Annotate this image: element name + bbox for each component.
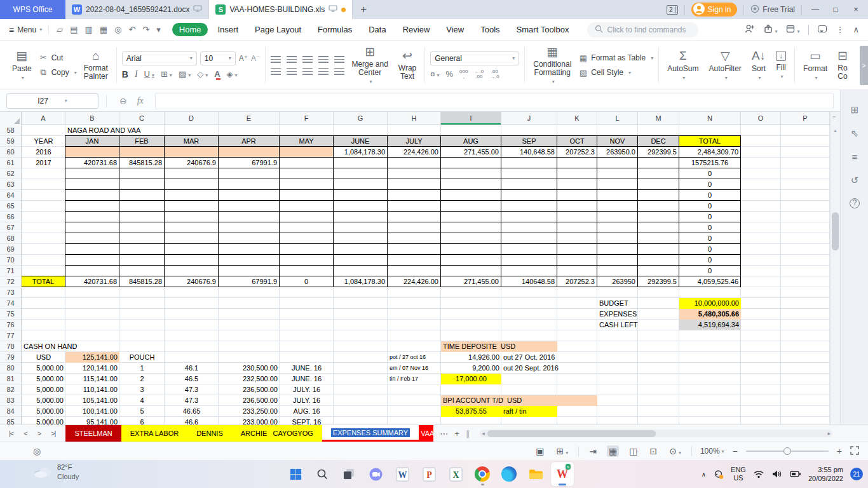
cell-L64[interactable] <box>597 189 638 201</box>
cell-M71[interactable] <box>637 265 679 276</box>
cell-G63[interactable] <box>333 179 388 190</box>
cell-F83[interactable]: JULY. 16 <box>280 395 334 406</box>
cell-B80[interactable]: 120,141.00 <box>65 363 119 374</box>
cell-I71[interactable] <box>440 265 501 276</box>
cell-D65[interactable] <box>164 200 219 212</box>
align-right-icon[interactable] <box>302 68 313 75</box>
prev-sheet-button[interactable]: < <box>18 425 32 442</box>
cell-C82[interactable]: 3 <box>119 384 165 395</box>
cell-N74[interactable]: 10,000,000.00 <box>679 298 741 309</box>
cell-D72[interactable]: 240676.9 <box>164 276 219 287</box>
cell-M59[interactable]: DEC <box>637 135 679 147</box>
menu-tab-view[interactable]: View <box>439 23 471 36</box>
command-search[interactable]: Click to find commands <box>587 22 698 37</box>
cell-I60[interactable]: 271,455.00 <box>440 146 501 158</box>
row-header-74[interactable]: 74 <box>0 298 21 309</box>
row-header-80[interactable]: 80 <box>0 363 21 374</box>
cell-B79[interactable]: 125,141.00 <box>65 352 119 363</box>
menu-tab-home[interactable]: Home <box>172 23 208 36</box>
volume-icon[interactable] <box>771 470 783 478</box>
cell-H61[interactable] <box>387 157 441 168</box>
menu-button[interactable]: ≡ Menu ▾ <box>0 25 48 35</box>
add-user-icon[interactable] <box>745 24 755 35</box>
cell-G70[interactable] <box>333 254 388 266</box>
cell-H79[interactable]: pot / 27 oct 16 <box>388 352 441 363</box>
align-top-icon[interactable] <box>271 56 281 63</box>
cell-L76[interactable]: CASH LEFT <box>597 320 679 330</box>
column-header-A[interactable]: A <box>22 112 65 125</box>
column-header-J[interactable]: J <box>501 112 557 125</box>
cell-I66[interactable] <box>440 211 501 222</box>
align-left-icon[interactable] <box>271 68 281 75</box>
cell-N67[interactable]: 0 <box>679 222 741 233</box>
cell-C84[interactable]: 5 <box>119 406 165 417</box>
sheet-tab-expenses-summary[interactable]: EXPENSES SUMMARY <box>322 425 419 442</box>
cell-H71[interactable] <box>387 265 441 276</box>
cell-E70[interactable] <box>218 254 280 266</box>
merge-and-center-button[interactable]: ⊞ Merge and Center <box>348 44 391 86</box>
cell-J80[interactable]: out 20 Sept. 2016 <box>501 363 597 374</box>
cell-G61[interactable] <box>333 157 388 168</box>
cell-F72[interactable]: 0 <box>279 276 334 287</box>
cell-E62[interactable] <box>218 168 280 179</box>
cell-C72[interactable]: 845815.28 <box>119 276 165 287</box>
column-header-H[interactable]: H <box>388 112 441 125</box>
decrease-decimal-icon[interactable]: .00 →.0 <box>490 69 499 79</box>
minimize-button[interactable]: — <box>808 5 822 14</box>
tray-expand-chevron[interactable]: ∧ <box>702 471 706 478</box>
word-button[interactable]: W <box>391 462 414 486</box>
undo-icon[interactable]: ↶ <box>128 25 135 34</box>
cell-A85[interactable]: 5,000.00 <box>22 417 65 424</box>
pickup-window-icon[interactable] <box>786 25 799 35</box>
cell-I84[interactable]: 53,875.55 <box>441 406 501 417</box>
cell-N68[interactable]: 0 <box>679 233 741 244</box>
wps-office-button[interactable]: WPS Office <box>0 0 65 19</box>
cell-C66[interactable] <box>119 211 165 222</box>
name-box[interactable]: I27 ▾ <box>6 93 98 109</box>
column-header-F[interactable]: F <box>280 112 334 125</box>
ribbon-scroll-right-button[interactable]: > <box>860 46 868 85</box>
number-format-select[interactable]: General▾ <box>430 51 519 65</box>
cell-H67[interactable] <box>387 222 441 233</box>
cell-E64[interactable] <box>218 189 280 201</box>
sort-button[interactable]: A↓Sort <box>749 48 769 82</box>
collapse-ribbon-icon[interactable]: ∧ <box>853 25 859 34</box>
cell-J61[interactable] <box>501 157 557 168</box>
cell-M62[interactable] <box>637 168 679 179</box>
cell-C59[interactable]: FEB <box>119 135 165 147</box>
column-header-P[interactable]: P <box>781 112 830 125</box>
cell-G68[interactable] <box>333 233 388 244</box>
cell-H59[interactable]: JULY <box>387 135 441 147</box>
sheet-tab-steelman[interactable]: STEELMAN <box>65 425 121 442</box>
cell-I61[interactable] <box>440 157 501 168</box>
cell-F67[interactable] <box>279 222 334 233</box>
panel-layout-icon[interactable]: ⊞ <box>841 104 868 116</box>
search-button[interactable] <box>311 462 334 486</box>
cell-B62[interactable] <box>65 168 119 179</box>
cell-style-button[interactable]: ▧Cell Style <box>578 68 653 78</box>
rows-and-columns-button[interactable]: ⊟Ro Co <box>834 48 851 82</box>
copy-button[interactable]: ⧉Copy <box>39 67 77 78</box>
help-icon[interactable]: ? <box>850 198 860 208</box>
cell-D83[interactable]: 47.3 <box>165 395 219 406</box>
currency-format-icon[interactable]: ¤ <box>430 69 439 79</box>
cell-M68[interactable] <box>637 233 679 244</box>
cell-J69[interactable] <box>501 243 557 255</box>
cell-N75[interactable]: 5,480,305.66 <box>679 309 741 320</box>
cell-L69[interactable] <box>597 243 638 255</box>
insert-cells-icon[interactable]: ⊞ <box>554 445 570 457</box>
bold-button[interactable]: B <box>122 69 128 79</box>
cell-C65[interactable] <box>119 200 165 212</box>
column-header-M[interactable]: M <box>638 112 679 125</box>
cell-K72[interactable]: 207252.3 <box>557 276 597 287</box>
cell-I81[interactable]: 17,000.00 <box>441 374 501 384</box>
cell-I83[interactable]: BPI ACCOUNT T/D USD <box>441 395 597 406</box>
font-size-select[interactable]: 10▾ <box>200 51 236 65</box>
row-header-63[interactable]: 63 <box>0 179 21 190</box>
cell-I65[interactable] <box>440 200 501 212</box>
row-header-61[interactable]: 61 <box>0 158 21 168</box>
cell-C62[interactable] <box>119 168 165 179</box>
row-header-62[interactable]: 62 <box>0 168 21 179</box>
cell-J72[interactable]: 140648.58 <box>501 276 557 287</box>
menu-tab-formulas[interactable]: Formulas <box>311 23 359 36</box>
